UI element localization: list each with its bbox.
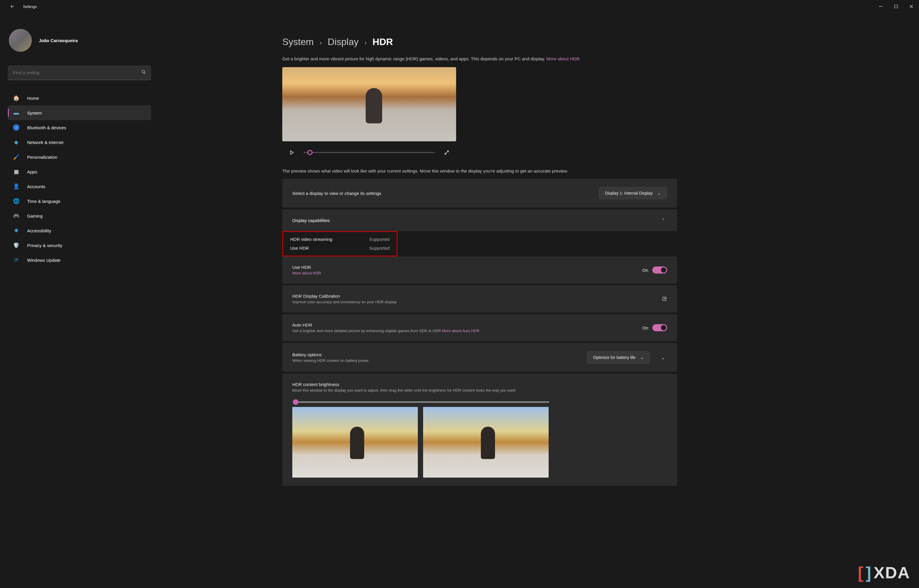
- user-name: João Carrasqueira: [39, 38, 78, 43]
- sidebar-item-label: System: [27, 110, 42, 115]
- sidebar-item-privacy[interactable]: 🛡️ Privacy & security: [8, 238, 151, 253]
- chevron-down-icon: ⌄: [657, 191, 661, 195]
- brightness-slider-thumb[interactable]: [293, 399, 298, 405]
- preview-slider[interactable]: [304, 152, 435, 153]
- breadcrumb: System › Display › HDR: [282, 37, 677, 47]
- search-icon: [141, 69, 146, 75]
- sidebar-item-gaming[interactable]: 🎮 Gaming: [8, 208, 151, 223]
- network-icon: ◆: [13, 139, 19, 145]
- display-capabilities-header[interactable]: Display capabilities ⌃: [282, 209, 677, 231]
- sidebar-item-label: Home: [27, 96, 39, 101]
- brightness-sub: Move this window to the display you want…: [292, 388, 667, 393]
- update-icon: ⟳: [13, 257, 19, 263]
- chevron-down-icon: ⌄: [640, 355, 644, 360]
- system-icon: ▬: [13, 110, 19, 116]
- sidebar-item-network[interactable]: ◆ Network & internet: [8, 135, 151, 150]
- page-title: HDR: [372, 37, 393, 47]
- sidebar-item-label: Gaming: [27, 213, 43, 218]
- auto-hdr-more-link[interactable]: More about Auto HDR: [442, 329, 479, 333]
- breadcrumb-display[interactable]: Display: [328, 37, 359, 47]
- avatar: [9, 29, 32, 52]
- brightness-title: HDR content brightness: [292, 382, 667, 387]
- battery-options-title: Battery options: [292, 352, 369, 357]
- hdr-preview-video: [282, 67, 456, 141]
- play-button[interactable]: [286, 147, 297, 158]
- use-hdr-more-link[interactable]: More about HDR: [292, 271, 321, 275]
- bluetooth-icon: ᚼ: [13, 124, 19, 131]
- fullscreen-button[interactable]: [442, 147, 452, 158]
- use-hdr-title: Use HDR: [292, 265, 321, 270]
- privacy-icon: 🛡️: [13, 242, 19, 249]
- brightness-slider[interactable]: [293, 401, 549, 403]
- sidebar-item-home[interactable]: 🏠 Home: [8, 91, 151, 105]
- preview-hint: The preview shows what video will look l…: [282, 168, 677, 173]
- auto-hdr-sub: Get a brighter and more detailed picture…: [292, 329, 479, 333]
- sidebar-item-label: Bluetooth & devices: [27, 125, 66, 130]
- sidebar-item-accessibility[interactable]: ✱ Accessibility: [8, 223, 151, 238]
- battery-options-sub: When viewing HDR content on battery powe…: [292, 358, 369, 363]
- sidebar-item-label: Windows Update: [27, 258, 60, 263]
- capability-label: HDR video streaming: [290, 235, 358, 244]
- sidebar-item-label: Personalization: [27, 155, 57, 160]
- battery-options-dropdown[interactable]: Optimize for battery life ⌄: [587, 351, 650, 363]
- back-button[interactable]: [7, 4, 18, 9]
- brightness-preview-right: [423, 407, 548, 478]
- more-about-hdr-link[interactable]: More about HDR: [547, 56, 580, 61]
- sidebar-item-apps[interactable]: ▦ Apps: [8, 164, 151, 179]
- sidebar-item-time[interactable]: 🌐 Time & language: [8, 194, 151, 208]
- close-button[interactable]: [904, 0, 919, 13]
- page-description: Get a brighter and more vibrant picture …: [282, 56, 677, 61]
- sidebar-item-accounts[interactable]: 👤 Accounts: [8, 179, 151, 194]
- sidebar-item-system[interactable]: ▬ System: [8, 105, 151, 120]
- apps-icon: ▦: [13, 168, 19, 175]
- slider-thumb[interactable]: [307, 150, 312, 155]
- sidebar-item-label: Accessibility: [27, 228, 51, 233]
- capability-label: Use HDR: [290, 244, 358, 253]
- personalization-icon: 🖌️: [13, 154, 19, 160]
- chevron-up-icon: ⌃: [659, 218, 667, 223]
- expand-chevron-icon[interactable]: ⌄: [659, 355, 667, 360]
- minimize-button[interactable]: [873, 0, 888, 13]
- sidebar-item-label: Accounts: [27, 184, 45, 189]
- capability-value: Supported: [369, 235, 390, 244]
- brightness-preview-left: [292, 407, 418, 478]
- search-input[interactable]: [8, 65, 151, 80]
- auto-hdr-title: Auto HDR: [292, 322, 479, 328]
- hdr-calibration-title: HDR Display Calibration: [292, 294, 396, 299]
- auto-hdr-status: On: [642, 325, 648, 330]
- external-link-icon[interactable]: [662, 296, 667, 302]
- auto-hdr-toggle[interactable]: [652, 324, 667, 331]
- breadcrumb-system[interactable]: System: [282, 37, 314, 47]
- user-profile[interactable]: João Carrasqueira: [9, 29, 151, 52]
- svg-point-2: [142, 70, 145, 73]
- sidebar-item-label: Privacy & security: [27, 243, 62, 248]
- accounts-icon: 👤: [13, 183, 19, 190]
- hdr-calibration-sub: Improve color accuracy and consistency o…: [292, 300, 396, 304]
- svg-rect-0: [879, 6, 882, 6]
- display-capabilities-table: HDR video streaming Supported Use HDR Su…: [282, 231, 398, 257]
- display-select-dropdown[interactable]: Display 1: Internal Display ⌄: [599, 187, 667, 199]
- capability-value: Supported: [369, 244, 390, 253]
- sidebar-item-label: Time & language: [27, 199, 60, 204]
- use-hdr-toggle[interactable]: [652, 267, 667, 273]
- display-select-label: Select a display to view or change its s…: [292, 191, 381, 196]
- svg-rect-1: [895, 5, 898, 8]
- xda-watermark: []XDA: [858, 563, 910, 582]
- use-hdr-status: On: [642, 268, 648, 273]
- gaming-icon: 🎮: [13, 213, 19, 219]
- svg-marker-3: [291, 151, 293, 154]
- sidebar-item-personalization[interactable]: 🖌️ Personalization: [8, 150, 151, 164]
- sidebar-item-label: Apps: [27, 169, 37, 174]
- sidebar-item-label: Network & internet: [27, 140, 63, 145]
- chevron-right-icon: ›: [320, 39, 322, 47]
- hdr-calibration-row[interactable]: HDR Display Calibration Improve color ac…: [282, 285, 677, 312]
- chevron-right-icon: ›: [364, 39, 367, 47]
- accessibility-icon: ✱: [13, 227, 19, 234]
- sidebar-item-update[interactable]: ⟳ Windows Update: [8, 253, 151, 267]
- maximize-button[interactable]: [888, 0, 904, 13]
- home-icon: 🏠: [13, 95, 19, 101]
- time-icon: 🌐: [13, 198, 19, 204]
- sidebar-item-bluetooth[interactable]: ᚼ Bluetooth & devices: [8, 120, 151, 135]
- window-title: Settings: [23, 5, 37, 9]
